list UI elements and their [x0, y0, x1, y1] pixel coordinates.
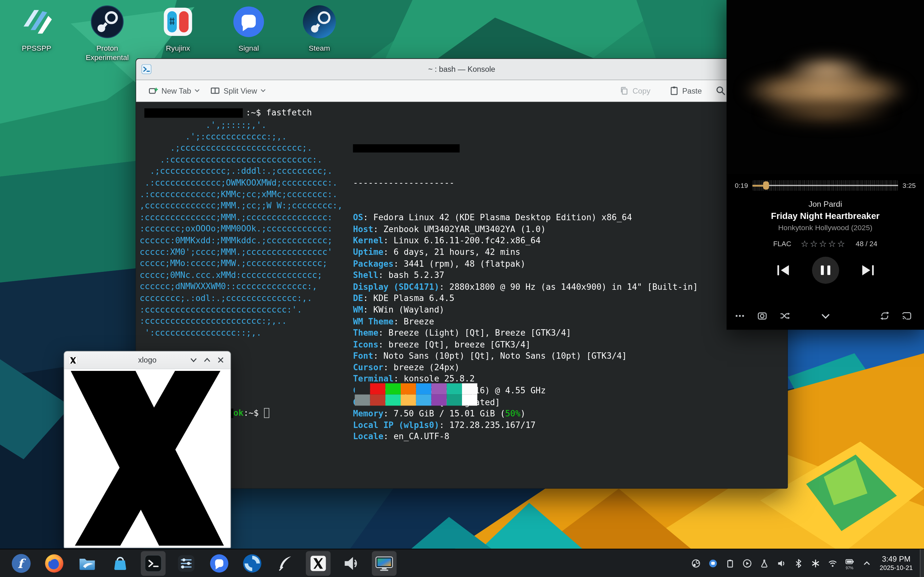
fastfetch-info-line: WM Theme: Breeze: [353, 316, 698, 327]
repeat-icon: [880, 311, 890, 321]
rating-stars: ☆☆☆☆☆: [801, 239, 846, 249]
track-artist: Jon Pardi: [727, 200, 924, 209]
paste-icon: [669, 86, 678, 95]
desktop-icon-signal[interactable]: Signal: [213, 3, 284, 63]
desktop-icon-proton-experimental[interactable]: Proton Experimental: [72, 3, 142, 63]
fastfetch-info-line: Icons: breeze [Qt], breeze [GTK3/4]: [353, 339, 698, 350]
copy-button[interactable]: Copy: [614, 83, 656, 98]
bluetooth-tray-icon[interactable]: [794, 558, 803, 568]
collapse-button[interactable]: [820, 311, 830, 322]
taskbar-settings-app[interactable]: [174, 551, 199, 575]
repeat-button[interactable]: [880, 311, 890, 321]
show-desktop-button[interactable]: [920, 549, 924, 577]
steam-icon: [301, 3, 338, 40]
seek-handle[interactable]: [763, 181, 769, 190]
rating-star-icon[interactable]: ☆: [828, 239, 837, 248]
pause-button[interactable]: [812, 257, 838, 284]
rating-star-icon[interactable]: ☆: [837, 239, 846, 248]
desktop-icon-ryujinx[interactable]: Ryujinx: [142, 3, 213, 63]
new-tab-button[interactable]: New Tab: [143, 83, 205, 98]
time-elapsed: 0:19: [735, 182, 748, 189]
battery-percent-label: 97%: [846, 566, 853, 570]
seek-slider[interactable]: [753, 179, 898, 192]
steam-tray-icon[interactable]: [691, 558, 700, 568]
format-badge: FLAC: [773, 240, 791, 248]
cast-button[interactable]: [901, 311, 911, 321]
minimize-button[interactable]: [190, 356, 197, 364]
taskbar-konsole[interactable]: [141, 551, 166, 575]
prompt-suffix: :~$: [244, 408, 258, 419]
desktop-icon-label: Ryujinx: [166, 44, 190, 53]
taskbar: f: [0, 549, 924, 577]
digital-clock[interactable]: 3:49 PM 2025-10-21: [880, 554, 913, 572]
close-button[interactable]: [217, 356, 225, 364]
night-light-tray-icon[interactable]: [811, 558, 820, 568]
konsole-window-title: ~ : bash — Konsole: [136, 65, 787, 74]
battery-tray-icon[interactable]: 97%: [845, 557, 854, 570]
taskbar-kate[interactable]: [273, 551, 297, 575]
wifi-tray-icon[interactable]: [828, 558, 837, 568]
skip-previous-button[interactable]: [775, 263, 790, 278]
proton-experimental-icon: [89, 3, 126, 40]
desktop-icon-ppsspp[interactable]: PPSSPP: [1, 3, 72, 63]
search-icon[interactable]: [716, 85, 726, 96]
konsole-app-icon[interactable]: [142, 64, 152, 74]
konsole-window: ~ : bash — Konsole New Tab Split View: [136, 58, 788, 489]
terminal-color-swatch: [462, 395, 477, 406]
rating-star-icon[interactable]: ☆: [810, 239, 819, 248]
shuffle-icon: [780, 311, 790, 321]
rating-star-icon[interactable]: ☆: [801, 239, 810, 248]
fastfetch-info-line: DE: KDE Plasma 6.4.5: [353, 293, 698, 304]
paste-button[interactable]: Paste: [664, 83, 708, 98]
fastfetch-separator: --------------------: [353, 177, 698, 189]
flask-tray-icon[interactable]: [759, 558, 769, 568]
desktop-icon-steam[interactable]: Steam: [284, 3, 355, 63]
skip-next-button[interactable]: [860, 263, 876, 278]
taskbar-dolphin[interactable]: [75, 551, 99, 575]
split-view-button[interactable]: Split View: [205, 83, 271, 98]
xlogo-canvas: [64, 369, 230, 548]
media-player-tray-icon[interactable]: [742, 558, 752, 568]
terminal-color-swatch: [370, 384, 385, 395]
cast-icon: [901, 311, 911, 321]
media-player-panel: 0:19 3:25 Jon Pardi Friday Night Heartbr…: [727, 0, 924, 330]
terminal-color-swatch: [355, 384, 370, 395]
taskbar-screen-app[interactable]: [372, 551, 397, 575]
screenshot-button[interactable]: [757, 311, 767, 321]
volume-tray-icon[interactable]: [776, 558, 786, 568]
pause-icon: [821, 266, 824, 275]
fastfetch-info-line: Theme: Breeze (Light) [Qt], Breeze [GTK3…: [353, 327, 698, 339]
fastfetch-info-line: Display (SDC4171): 2880x1800 @ 90 Hz (as…: [353, 281, 698, 293]
fastfetch-info: -------------------- OS: Fedora Linux 42…: [353, 121, 698, 466]
xlogo-window: xlogo: [63, 351, 231, 548]
paste-label: Paste: [682, 86, 702, 95]
maximize-button[interactable]: [204, 356, 211, 364]
player-bottom-bar: [727, 311, 924, 323]
track-title: Friday Night Heartbreaker: [727, 211, 924, 221]
shuffle-button[interactable]: [780, 311, 790, 321]
taskbar-audio-app[interactable]: [339, 551, 363, 575]
xlogo-titlebar[interactable]: xlogo: [64, 351, 230, 369]
monitor-icon: [374, 553, 394, 573]
taskbar-firefox[interactable]: [42, 551, 66, 575]
taskbar-ppsspp[interactable]: [240, 551, 265, 575]
terminal-area[interactable]: :~$fastfetch .',;::::;,'. .';:cccccccccc…: [136, 102, 787, 488]
konsole-titlebar[interactable]: ~ : bash — Konsole: [136, 59, 787, 80]
chevron-down-icon: [820, 311, 830, 322]
sample-rate-bit-depth: 48 / 24: [856, 240, 877, 248]
fastfetch-info-line: Uptime: 6 days, 21 hours, 42 mins: [353, 247, 698, 258]
speaker-icon: [341, 553, 361, 573]
tray-expand-button[interactable]: [862, 558, 871, 568]
application-launcher-button[interactable]: f: [9, 551, 34, 575]
fastfetch-info-line: Locale: en_CA.UTF-8: [353, 431, 698, 443]
more-options-button[interactable]: [735, 311, 745, 321]
taskbar-discover[interactable]: [108, 551, 132, 575]
clipboard-tray-icon[interactable]: [725, 558, 734, 568]
rating-star-icon[interactable]: ☆: [819, 239, 828, 248]
messenger-tray-icon[interactable]: [708, 558, 717, 568]
split-view-icon: [210, 86, 220, 95]
taskbar-xlogo[interactable]: [306, 551, 330, 575]
split-view-label: Split View: [224, 86, 257, 95]
xlogo-icon: [309, 553, 328, 573]
taskbar-signal[interactable]: [207, 551, 232, 575]
